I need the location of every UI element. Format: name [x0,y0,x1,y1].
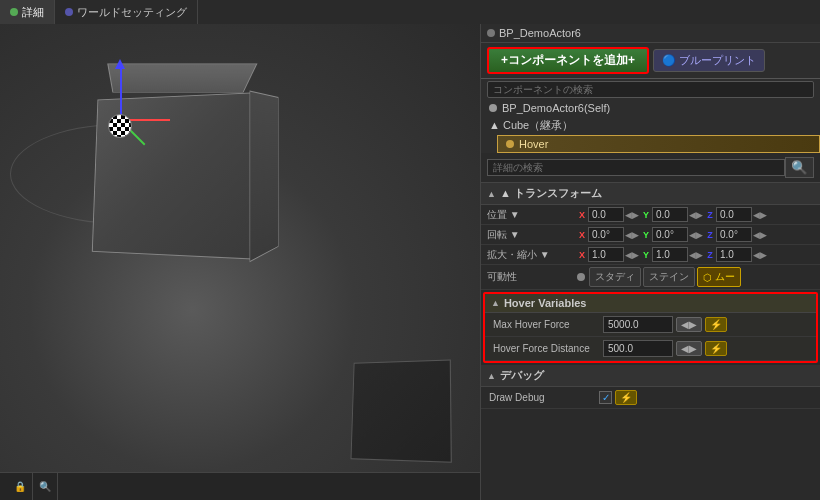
position-y-arrow: ◀▶ [689,210,703,220]
prop-row-hover-force-distance: Hover Force Distance ◀▶ ⚡ [485,337,816,361]
blueprint-button[interactable]: 🔵 ブループリント [653,49,765,72]
position-z-input[interactable] [716,207,752,222]
mobility-dot [577,273,585,281]
draw-debug-link-btn[interactable]: ⚡ [615,390,637,405]
scale-z-label: Z [705,250,715,260]
debug-section-label: デバッグ [500,368,544,383]
position-x-arrow: ◀▶ [625,210,639,220]
hover-variables-section: ▲ Hover Variables Max Hover Force ◀▶ ⚡ H… [483,292,818,363]
mobility-static-btn[interactable]: スタディ [589,267,641,287]
actor-name: BP_DemoActor6 [499,27,814,39]
scale-y-label: Y [641,250,651,260]
prop-row-position: 位置 ▼ X ◀▶ Y ◀▶ Z ◀▶ [481,205,820,225]
mobility-static-label: スタディ [595,270,635,284]
section-debug[interactable]: ▲ デバッグ [481,365,820,387]
actor-row: BP_DemoActor6 [481,24,820,43]
rotation-z-label: Z [705,230,715,240]
comp-label-bp: BP_DemoActor6(Self) [502,102,610,114]
position-x-input[interactable] [588,207,624,222]
component-item-cube[interactable]: ▲ Cube（継承） [481,116,820,135]
rotation-y-arrow: ◀▶ [689,230,703,240]
add-component-bar: +コンポーネントを追加+ 🔵 ブループリント [481,43,820,79]
rotation-x-label: X [577,230,587,240]
rotation-z-input[interactable] [716,227,752,242]
mobility-stationary-label: ステイン [649,270,689,284]
details-search-input[interactable] [487,159,785,176]
rotation-z-axis: Z ◀▶ [705,227,767,242]
rotation-label[interactable]: 回転 ▼ [487,228,577,242]
max-hover-force-reset-btn[interactable]: ◀▶ [676,317,702,332]
mobility-values: スタディ ステイン ⬡ ムー [577,267,814,287]
viewport-bg [0,24,480,500]
add-component-button[interactable]: +コンポーネントを追加+ [487,47,649,74]
transform-label: ▲ トランスフォーム [500,186,602,201]
mobility-stationary-btn[interactable]: ステイン [643,267,695,287]
hover-force-distance-reset-btn[interactable]: ◀▶ [676,341,702,356]
cube-3d [60,54,280,274]
position-z-label: Z [705,210,715,220]
component-item-hover[interactable]: Hover [497,135,820,153]
rotation-x-axis: X ◀▶ [577,227,639,242]
max-hover-force-val: ◀▶ ⚡ [603,316,808,333]
rotation-values: X ◀▶ Y ◀▶ Z ◀▶ [577,227,814,242]
hover-force-distance-link-btn[interactable]: ⚡ [705,341,727,356]
tab-world-label: ワールドセッティング [77,5,187,20]
axis-y-line [120,69,122,119]
tab-dot-details [10,8,18,16]
mobility-movable-icon: ⬡ [703,272,712,283]
position-y-input[interactable] [652,207,688,222]
hover-triangle: ▲ [491,298,500,308]
section-transform[interactable]: ▲ ▲ トランスフォーム [481,183,820,205]
max-hover-force-link-btn[interactable]: ⚡ [705,317,727,332]
blueprint-label: 🔵 ブループリント [662,53,756,68]
scale-label[interactable]: 拡大・縮小 ▼ [487,248,577,262]
scale-y-axis: Y ◀▶ [641,247,703,262]
lock-btn[interactable]: 🔒 [8,473,33,500]
main-layout: 🔒 🔍 BP_DemoActor6 +コンポーネントを追加+ 🔵 ブループリント [0,24,820,500]
scale-x-arrow: ◀▶ [625,250,639,260]
debug-triangle: ▲ [487,371,496,381]
hover-force-distance-val: ◀▶ ⚡ [603,340,808,357]
tab-details-label: 詳細 [22,5,44,20]
scale-y-arrow: ◀▶ [689,250,703,260]
comp-label-hover: Hover [519,138,548,150]
tab-details[interactable]: 詳細 [0,0,55,24]
component-item-bp-demo[interactable]: BP_DemoActor6(Self) [481,100,820,116]
position-y-axis: Y ◀▶ [641,207,703,222]
section-hover-header[interactable]: ▲ Hover Variables [485,294,816,313]
properties-panel[interactable]: ▲ ▲ トランスフォーム 位置 ▼ X ◀▶ Y ◀▶ [481,183,820,500]
scale-z-input[interactable] [716,247,752,262]
max-hover-force-label: Max Hover Force [493,319,603,330]
rotation-y-label: Y [641,230,651,240]
top-tab-bar: 詳細 ワールドセッティング [0,0,820,24]
scale-z-arrow: ◀▶ [753,250,767,260]
search-btn[interactable]: 🔍 [33,473,58,500]
position-label[interactable]: 位置 ▼ [487,208,577,222]
transform-triangle: ▲ [487,189,496,199]
components-list: BP_DemoActor6(Self) ▲ Cube（継承） Hover [481,79,820,153]
hover-force-distance-label: Hover Force Distance [493,343,603,354]
rotation-y-axis: Y ◀▶ [641,227,703,242]
max-hover-force-input[interactable] [603,316,673,333]
position-x-axis: X ◀▶ [577,207,639,222]
position-values: X ◀▶ Y ◀▶ Z ◀▶ [577,207,814,222]
scale-z-axis: Z ◀▶ [705,247,767,262]
scale-x-input[interactable] [588,247,624,262]
rotation-x-input[interactable] [588,227,624,242]
component-search-bar [481,79,820,100]
checker-ball [108,114,132,138]
viewport[interactable]: 🔒 🔍 [0,24,480,500]
draw-debug-checkbox[interactable]: ✓ [599,391,612,404]
scale-y-input[interactable] [652,247,688,262]
hover-force-distance-input[interactable] [603,340,673,357]
rotation-z-arrow: ◀▶ [753,230,767,240]
component-search-input[interactable] [487,81,814,98]
rotation-y-input[interactable] [652,227,688,242]
details-search-icon-btn[interactable]: 🔍 [785,157,814,178]
prop-row-scale: 拡大・縮小 ▼ X ◀▶ Y ◀▶ Z ◀▶ [481,245,820,265]
details-search-bar: 🔍 [481,153,820,183]
mobility-movable-label: ムー [715,270,735,284]
tab-world-settings[interactable]: ワールドセッティング [55,0,198,24]
cube-right [250,90,279,262]
mobility-movable-btn[interactable]: ⬡ ムー [697,267,741,287]
